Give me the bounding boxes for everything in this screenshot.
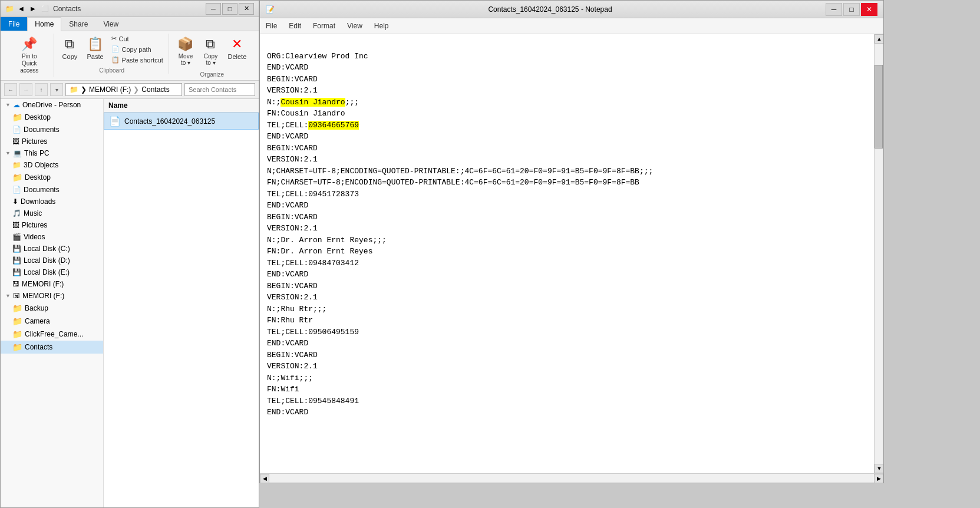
clipboard-buttons: ⧉ Copy 📋 Paste ✂ Cut 📄 [58, 34, 165, 65]
paste-shortcut-label: Paste shortcut [122, 57, 163, 64]
menu-edit[interactable]: Edit [283, 19, 307, 32]
table-row[interactable]: 📄 Contacts_16042024_063125 [104, 113, 259, 130]
title-bar-icons: 📁 ◀ ▶ ⬜ [5, 4, 50, 14]
back-button[interactable]: ← [4, 83, 17, 96]
desktop-od-label: Desktop [25, 113, 51, 121]
move-to-button[interactable]: 📦 Moveto ▾ [173, 34, 197, 69]
scroll-down-button[interactable]: ▼ [875, 464, 883, 473]
camera-label: Camera [25, 317, 50, 325]
minimize-button[interactable]: ─ [206, 3, 221, 15]
back-icon: ◀ [17, 4, 26, 14]
scroll-right-button[interactable]: ▶ [874, 474, 883, 483]
memori-drive[interactable]: MEMORI (F:) [89, 85, 131, 94]
folder-backup-icon: 📁 [12, 304, 22, 313]
backup-label: Backup [25, 304, 48, 312]
delete-button[interactable]: ✕ Delete [223, 34, 250, 63]
horizontal-scrollbar[interactable]: ◀ ▶ [260, 473, 883, 483]
explorer-main: ▼ ☁ OneDrive - Person 📁 Desktop 📄 Docume… [1, 99, 259, 507]
tab-home[interactable]: Home [27, 17, 61, 31]
sidebar-item-onedrive[interactable]: ▼ ☁ OneDrive - Person [1, 99, 103, 111]
address-path[interactable]: 📁 ❯ MEMORI (F:) ❯ Contacts [65, 83, 182, 96]
scroll-left-button[interactable]: ◀ [260, 474, 269, 483]
restore-icon: ⬜ [40, 4, 50, 14]
pin-to-quick-access-button[interactable]: 📌 Pin to Quickaccess [10, 34, 49, 77]
download-icon: ⬇ [12, 197, 18, 206]
copy-button[interactable]: ⧉ Copy [58, 34, 81, 63]
line-15: BEGIN:VCARD [267, 213, 318, 222]
file-list: Name 📄 Contacts_16042024_063125 [104, 99, 259, 507]
sidebar-item-documents-od[interactable]: 📄 Documents [1, 124, 103, 136]
sidebar-item-videos[interactable]: 🎬 Videos [1, 231, 103, 243]
copy-path-button[interactable]: 📄 Copy path [109, 44, 166, 54]
scroll-up-button[interactable]: ▲ [875, 34, 883, 44]
up-button[interactable]: ↑ [35, 83, 48, 96]
menu-file[interactable]: File [260, 19, 283, 32]
move-label: Moveto ▾ [179, 53, 193, 66]
3dobjects-label: 3D Objects [24, 161, 58, 169]
sidebar-item-memori-f-pc[interactable]: 🖫 MEMORI (F:) [1, 278, 103, 290]
explorer-title: Contacts [53, 5, 81, 13]
sidebar-item-local-c[interactable]: 💾 Local Disk (C:) [1, 243, 103, 255]
sidebar-item-camera[interactable]: 📁 Camera [1, 315, 103, 328]
pictures-pc-label: Pictures [22, 221, 47, 229]
highlight-phone: 09364665769 [308, 121, 359, 130]
sidebar-item-downloads[interactable]: ⬇ Downloads [1, 196, 103, 207]
sidebar-item-desktop-od[interactable]: 📁 Desktop [1, 111, 103, 124]
file-list-header: Name [104, 99, 259, 113]
notepad-close-button[interactable]: ✕ [861, 3, 877, 16]
notepad-minimize-button[interactable]: ─ [826, 3, 842, 16]
address-bar: ← → ↑ ▾ 📁 ❯ MEMORI (F:) ❯ Contacts [1, 81, 259, 99]
pin-icon: 📌 [21, 37, 37, 52]
sidebar-item-thispc[interactable]: ▼ 💻 This PC [1, 147, 103, 159]
copy-path-label: Copy path [122, 46, 151, 53]
sidebar-item-desktop-pc[interactable]: 📁 Desktop [1, 171, 103, 184]
menu-help[interactable]: Help [368, 19, 395, 32]
local-e-label: Local Disk (E:) [24, 268, 70, 276]
maximize-button[interactable]: □ [222, 3, 237, 15]
tab-share[interactable]: Share [61, 17, 95, 31]
close-button[interactable]: ✕ [239, 3, 254, 15]
scroll-handle[interactable] [875, 65, 883, 149]
folder-camera-icon: 📁 [12, 316, 22, 326]
line-14: END:VCARD [267, 201, 308, 210]
tab-view[interactable]: View [95, 17, 126, 31]
cut-button[interactable]: ✂ Cut [109, 34, 166, 44]
music-icon: 🎵 [12, 209, 21, 217]
sidebar-item-backup[interactable]: 📁 Backup [1, 302, 103, 315]
ribbon-group-pin: 📌 Pin to Quickaccess [5, 34, 54, 77]
sidebar-item-contacts[interactable]: 📁 Contacts [1, 341, 103, 354]
copy-to-button[interactable]: ⧉ Copyto ▾ [199, 34, 222, 69]
recent-button[interactable]: ▾ [50, 83, 63, 96]
paste-button[interactable]: 📋 Paste [83, 34, 107, 63]
sidebar-item-pictures-pc[interactable]: 🖼 Pictures [1, 219, 103, 231]
menu-format[interactable]: Format [307, 19, 341, 32]
tab-file[interactable]: File [1, 17, 27, 31]
line-4: VERSION:2.1 [267, 86, 318, 95]
sidebar-item-local-e[interactable]: 💾 Local Disk (E:) [1, 266, 103, 278]
menu-view[interactable]: View [341, 19, 368, 32]
sidebar-item-pictures-od[interactable]: 🖼 Pictures [1, 136, 103, 147]
sidebar-item-clickfree[interactable]: 📁 ClickFree_Came... [1, 328, 103, 341]
search-input[interactable] [184, 83, 255, 96]
file-name: Contacts_16042024_063125 [124, 117, 215, 126]
notepad-content[interactable]: ORG:Clearview Prod Inc END:VCARD BEGIN:V… [260, 34, 874, 473]
line-25: TEL;CELL:09506495159 [267, 328, 359, 337]
organize-group-label: Organize [200, 69, 225, 78]
paste-shortcut-button[interactable]: 📋 Paste shortcut [109, 55, 166, 65]
line-17: N:;Dr. Arron Ernt Reyes;;; [267, 236, 387, 245]
notepad-maximize-button[interactable]: □ [843, 3, 860, 16]
sidebar-item-documents-pc[interactable]: 📄 Documents [1, 184, 103, 196]
delete-label: Delete [227, 53, 246, 60]
sidebar: ▼ ☁ OneDrive - Person 📁 Desktop 📄 Docume… [1, 99, 104, 507]
line-9: BEGIN:VCARD [267, 144, 318, 153]
sidebar-item-memori-expand[interactable]: ▼ 🖫 MEMORI (F:) [1, 290, 103, 302]
contacts-folder[interactable]: Contacts [141, 85, 169, 94]
line-26: END:VCARD [267, 339, 308, 348]
folder-pic-icon-pc: 🖼 [12, 221, 19, 229]
notepad-menubar: File Edit Format View Help [260, 18, 883, 34]
forward-button[interactable]: → [19, 83, 32, 96]
sidebar-item-music[interactable]: 🎵 Music [1, 207, 103, 219]
sidebar-item-local-d[interactable]: 💾 Local Disk (D:) [1, 255, 103, 266]
sidebar-item-3dobjects[interactable]: 📁 3D Objects [1, 159, 103, 171]
vertical-scrollbar[interactable]: ▲ ▼ [874, 34, 883, 473]
